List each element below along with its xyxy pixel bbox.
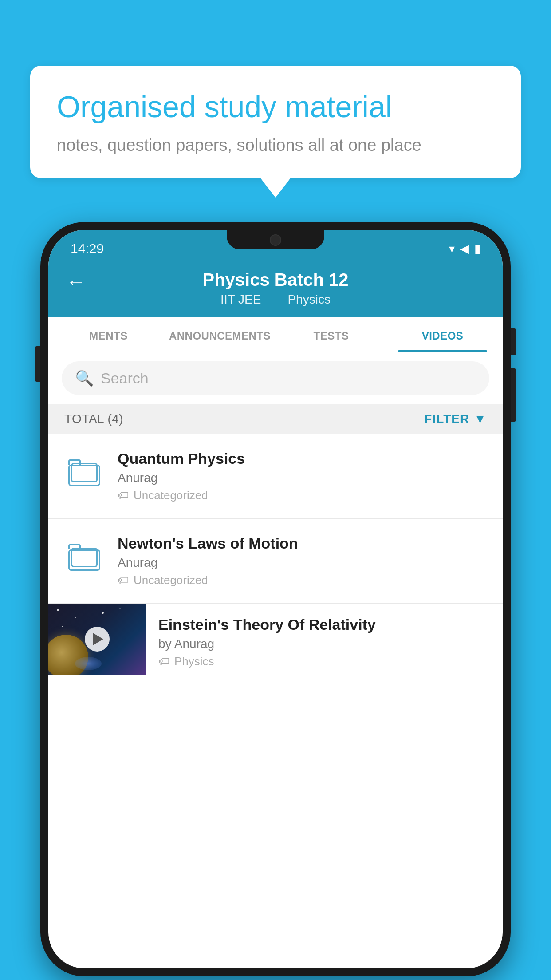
app-header: ← Physics Batch 12 IIT JEE Physics: [48, 261, 503, 317]
tab-videos[interactable]: VIDEOS: [387, 317, 498, 352]
phone-notch: [227, 230, 324, 249]
power-button-top: [511, 328, 516, 355]
folder-icon-wrap: [64, 453, 104, 493]
speech-bubble: Organised study material notes, question…: [30, 66, 521, 178]
list-item[interactable]: Newton's Laws of Motion Anurag 🏷 Uncateg…: [48, 519, 503, 604]
back-button[interactable]: ←: [66, 271, 86, 293]
item-title: Newton's Laws of Motion: [118, 535, 487, 552]
speech-bubble-container: Organised study material notes, question…: [30, 66, 521, 178]
volume-button: [35, 346, 40, 382]
search-placeholder: Search: [101, 370, 149, 387]
header-tags: IIT JEE Physics: [220, 292, 331, 307]
video-author: by Anurag: [158, 637, 490, 651]
status-icons: ▾ ◀ ▮: [449, 242, 480, 256]
folder-icon-wrap: [64, 537, 104, 577]
search-icon: 🔍: [75, 369, 94, 387]
front-camera: [270, 234, 281, 246]
video-thumbnail: [48, 604, 146, 675]
tab-announcements[interactable]: ANNOUNCEMENTS: [164, 317, 276, 352]
signal-icon: ◀: [460, 242, 469, 256]
search-bar-wrapper: 🔍 Search: [48, 352, 503, 404]
filter-funnel-icon: ▼: [474, 412, 487, 426]
list-item[interactable]: Quantum Physics Anurag 🏷 Uncategorized: [48, 434, 503, 519]
phone-mockup: 14:29 ▾ ◀ ▮ ← Physics Batch 12 IIT JEE P…: [40, 222, 511, 976]
header-title: Physics Batch 12: [202, 270, 348, 290]
video-tag: 🏷 Physics: [158, 655, 490, 668]
battery-icon: ▮: [474, 242, 480, 256]
item-author: Anurag: [118, 556, 487, 570]
item-text: Quantum Physics Anurag 🏷 Uncategorized: [118, 450, 487, 502]
phone-outer: 14:29 ▾ ◀ ▮ ← Physics Batch 12 IIT JEE P…: [40, 222, 511, 976]
filter-button[interactable]: FILTER ▼: [424, 412, 487, 426]
phone-screen: 14:29 ▾ ◀ ▮ ← Physics Batch 12 IIT JEE P…: [48, 230, 503, 968]
total-count: TOTAL (4): [64, 412, 123, 426]
tabs-bar: MENTS ANNOUNCEMENTS TESTS VIDEOS: [48, 317, 503, 352]
bubble-title: Organised study material: [57, 89, 494, 125]
tag-icon: 🏷: [118, 489, 129, 502]
search-bar[interactable]: 🔍 Search: [62, 361, 489, 395]
status-time: 14:29: [71, 241, 104, 256]
item-title: Quantum Physics: [118, 450, 487, 467]
tab-ments[interactable]: MENTS: [53, 317, 164, 352]
content-list: Quantum Physics Anurag 🏷 Uncategorized: [48, 434, 503, 681]
tag-physics: Physics: [287, 292, 330, 307]
item-text: Newton's Laws of Motion Anurag 🏷 Uncateg…: [118, 535, 487, 587]
video-list-item[interactable]: Einstein's Theory Of Relativity by Anura…: [48, 604, 503, 681]
folder-icon: [68, 544, 100, 571]
tag-icon: 🏷: [158, 655, 170, 668]
tag-iit-jee: IIT JEE: [220, 292, 261, 307]
tag-icon: 🏷: [118, 573, 129, 587]
item-tag: 🏷 Uncategorized: [118, 573, 487, 587]
item-author: Anurag: [118, 471, 487, 485]
filter-bar: TOTAL (4) FILTER ▼: [48, 404, 503, 434]
item-tag: 🏷 Uncategorized: [118, 489, 487, 502]
power-button-bottom: [511, 368, 516, 422]
play-button[interactable]: [85, 627, 110, 652]
video-text: Einstein's Theory Of Relativity by Anura…: [146, 604, 503, 681]
play-triangle-icon: [93, 633, 103, 645]
tab-tests[interactable]: TESTS: [276, 317, 387, 352]
wifi-icon: ▾: [449, 242, 455, 256]
bubble-subtitle: notes, question papers, solutions all at…: [57, 136, 494, 155]
video-title: Einstein's Theory Of Relativity: [158, 616, 490, 633]
folder-icon: [68, 459, 100, 486]
